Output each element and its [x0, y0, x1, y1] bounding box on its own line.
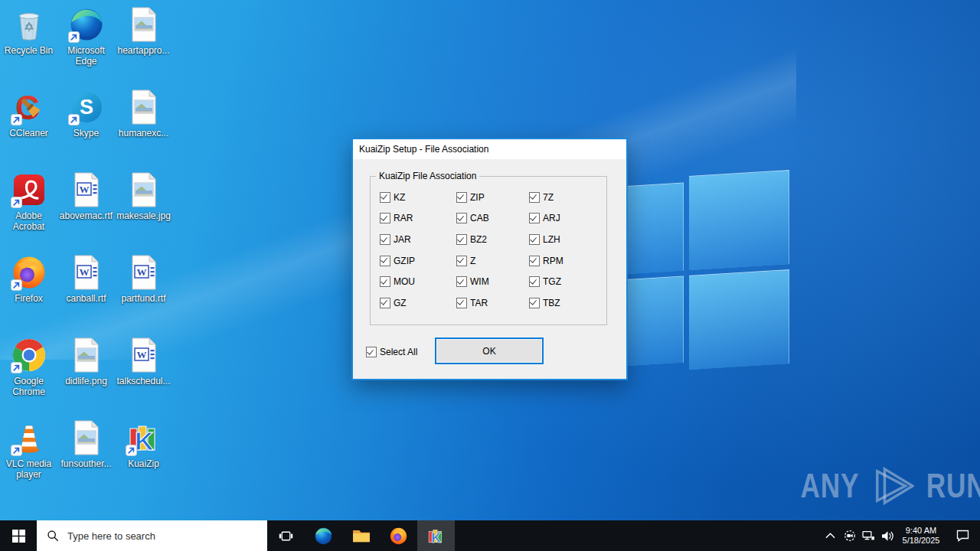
recycle-bin-icon — [11, 6, 47, 43]
filetype-checkbox-rpm[interactable]: RPM — [529, 256, 606, 266]
filetype-checkbox-zip[interactable]: ZIP — [456, 192, 529, 203]
dialog-titlebar[interactable]: KuaiZip Setup - File Association — [353, 139, 626, 159]
kuaizip-icon — [126, 419, 162, 456]
checkbox-checked-icon — [529, 256, 540, 266]
kuaizip-setup-dialog: KuaiZip Setup - File Association KuaiZip… — [351, 138, 628, 380]
desktop-icon-vlc-media-player[interactable]: VLC media player — [0, 415, 57, 497]
desktop-icon-makesale-jpg[interactable]: makesale.jpg — [115, 167, 172, 249]
checkbox-checked-icon — [456, 192, 467, 203]
filetype-checkbox-grid: KZ ZIP 7Z RAR CAB ARJ JAR BZ2 LZH GZIP Z… — [380, 187, 606, 314]
shortcut-arrow-icon — [11, 197, 22, 208]
desktop-icon-label: VLC media player — [0, 458, 57, 480]
desktop-icon-google-chrome[interactable]: Google Chrome — [0, 332, 57, 415]
search-input[interactable] — [66, 530, 237, 543]
filetype-checkbox-tar[interactable]: TAR — [456, 298, 529, 308]
network-icon — [862, 530, 875, 542]
taskbar-kuaizip-setup-button[interactable] — [417, 520, 455, 551]
filetype-checkbox-tgz[interactable]: TGZ — [529, 276, 606, 287]
desktop-icon-label: talkschedul... — [116, 376, 170, 386]
meet-now-button[interactable] — [840, 520, 859, 551]
filetype-checkbox-bz2[interactable]: BZ2 — [456, 234, 529, 245]
word-file-icon — [68, 254, 105, 291]
desktop-icon-microsoft-edge[interactable]: Microsoft Edge — [57, 2, 115, 84]
select-all-checkbox[interactable]: Select All — [366, 347, 417, 357]
desktop-icon-heartappro[interactable]: heartappro... — [115, 2, 172, 84]
desktop-icon-funsouther[interactable]: funsouther... — [57, 415, 115, 497]
checkbox-checked-icon — [380, 234, 390, 245]
checkbox-label: KZ — [394, 192, 405, 203]
desktop-icon-partfund-rtf[interactable]: partfund.rtf — [115, 249, 172, 332]
taskbar-file-explorer-button[interactable] — [342, 520, 380, 551]
filetype-checkbox-arj[interactable]: ARJ — [529, 213, 606, 223]
filetype-checkbox-jar[interactable]: JAR — [380, 234, 456, 245]
desktop-icon-canball-rtf[interactable]: canball.rtf — [57, 249, 115, 332]
checkbox-label: GZ — [394, 298, 407, 308]
desktop-icon-label: partfund.rtf — [121, 293, 165, 304]
watermark-run-text: RUN — [926, 467, 980, 505]
filetype-checkbox-7z[interactable]: 7Z — [529, 192, 606, 203]
filetype-checkbox-z[interactable]: Z — [456, 256, 529, 266]
desktop-icon-kuaizip[interactable]: KuaiZip — [115, 415, 172, 497]
desktop-icon-abovemac-rtf[interactable]: abovemac.rtf — [57, 167, 115, 249]
desktop-icon-label: Adobe Acrobat — [0, 210, 57, 232]
desktop-icon-skype[interactable]: Skype — [57, 84, 115, 167]
acrobat-icon — [11, 171, 47, 208]
groupbox-label: KuaiZip File Association — [376, 171, 479, 181]
network-button[interactable] — [859, 520, 878, 551]
desktop-icon-ccleaner[interactable]: CCleaner — [0, 84, 57, 167]
desktop-icon-label: Firefox — [15, 293, 43, 304]
task-view-icon — [279, 529, 293, 543]
image-file-icon — [68, 337, 105, 373]
filetype-checkbox-gz[interactable]: GZ — [380, 298, 456, 308]
filetype-checkbox-gzip[interactable]: GZIP — [380, 256, 456, 266]
desktop-icon-label: heartappro... — [117, 45, 169, 56]
windows-logo-pane — [689, 170, 789, 270]
checkbox-label: BZ2 — [470, 234, 487, 245]
desktop-icon-firefox[interactable]: Firefox — [0, 249, 57, 332]
filetype-checkbox-cab[interactable]: CAB — [456, 213, 529, 223]
desktop-icon-label: canball.rtf — [66, 293, 106, 304]
checkbox-checked-icon — [380, 298, 390, 308]
desktop-icon-label: KuaiZip — [128, 458, 159, 469]
firefox-icon — [389, 527, 408, 546]
desktop-icon-talkschedul[interactable]: talkschedul... — [115, 332, 172, 415]
tray-overflow-button[interactable] — [821, 520, 840, 551]
taskbar-firefox-button[interactable] — [380, 520, 417, 551]
volume-icon — [881, 530, 894, 542]
filetype-checkbox-kz[interactable]: KZ — [380, 192, 456, 203]
select-all-label: Select All — [380, 347, 417, 357]
taskbar-clock[interactable]: 9:40 AM 5/18/2025 — [897, 520, 945, 551]
filetype-checkbox-mou[interactable]: MOU — [380, 276, 456, 287]
search-icon — [47, 530, 59, 542]
checkbox-checked-icon — [380, 213, 390, 223]
filetype-checkbox-rar[interactable]: RAR — [380, 213, 456, 223]
task-view-button[interactable] — [267, 520, 305, 551]
checkbox-checked-icon — [456, 256, 467, 266]
checkbox-checked-icon — [529, 298, 540, 308]
desktop-icon-label: Recycle Bin — [5, 45, 53, 56]
desktop-icon-humanexc[interactable]: humanexc... — [115, 84, 172, 167]
desktop-icon-didlife-png[interactable]: didlife.png — [57, 332, 115, 415]
anyrun-logo-icon — [871, 467, 914, 505]
desktop-icon-adobe-acrobat[interactable]: Adobe Acrobat — [0, 167, 57, 249]
desktop-icon-recycle-bin[interactable]: Recycle Bin — [0, 2, 57, 84]
windows-logo-pane — [689, 269, 789, 370]
checkbox-label: JAR — [394, 234, 411, 245]
filetype-checkbox-tbz[interactable]: TBZ — [529, 298, 606, 308]
volume-button[interactable] — [878, 520, 897, 551]
checkbox-label: LZH — [543, 234, 560, 245]
shortcut-arrow-icon — [11, 114, 22, 126]
desktop-icon-label: CCleaner — [9, 128, 48, 139]
taskbar-search[interactable] — [37, 520, 267, 551]
firefox-icon — [11, 254, 47, 291]
taskbar-edge-button[interactable] — [305, 520, 342, 551]
filetype-checkbox-lzh[interactable]: LZH — [529, 234, 606, 245]
filetype-checkbox-wim[interactable]: WIM — [456, 276, 529, 287]
shortcut-arrow-icon — [11, 279, 22, 291]
ok-button[interactable]: OK — [435, 337, 544, 364]
shortcut-arrow-icon — [126, 445, 137, 456]
image-file-icon — [126, 171, 162, 208]
start-button[interactable] — [0, 520, 37, 551]
action-center-button[interactable] — [945, 520, 980, 551]
kuaizip-setup-icon — [426, 527, 446, 546]
